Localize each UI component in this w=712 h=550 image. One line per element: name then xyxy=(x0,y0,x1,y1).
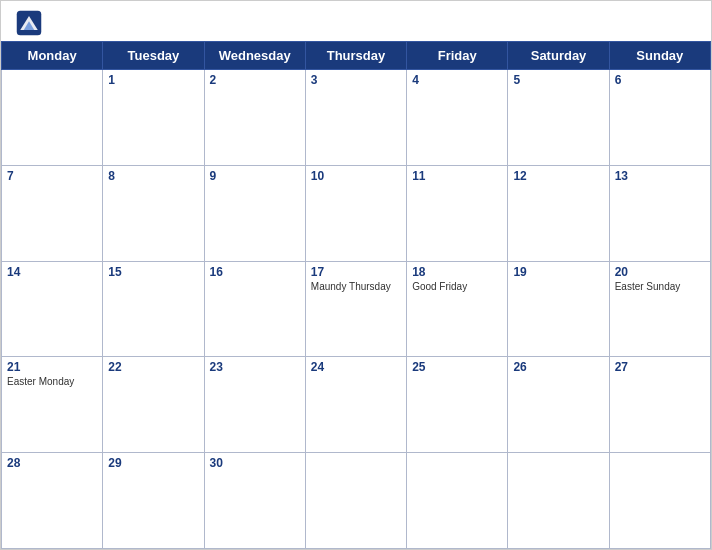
week-row-3: 14151617Maundy Thursday18Good Friday1920… xyxy=(2,261,711,357)
week-row-5: 282930 xyxy=(2,453,711,549)
calendar-cell: 9 xyxy=(204,165,305,261)
calendar-page: MondayTuesdayWednesdayThursdayFridaySatu… xyxy=(0,0,712,550)
calendar-cell: 6 xyxy=(609,70,710,166)
calendar-cell xyxy=(609,453,710,549)
calendar-cell xyxy=(407,453,508,549)
calendar-cell: 14 xyxy=(2,261,103,357)
holiday-name: Maundy Thursday xyxy=(311,281,401,292)
calendar-cell: 23 xyxy=(204,357,305,453)
calendar-cell: 17Maundy Thursday xyxy=(305,261,406,357)
day-number: 11 xyxy=(412,169,502,183)
calendar-cell: 30 xyxy=(204,453,305,549)
weekday-header-row: MondayTuesdayWednesdayThursdayFridaySatu… xyxy=(2,42,711,70)
day-number: 14 xyxy=(7,265,97,279)
calendar-cell: 25 xyxy=(407,357,508,453)
calendar-cell: 28 xyxy=(2,453,103,549)
day-number: 19 xyxy=(513,265,603,279)
calendar-cell: 8 xyxy=(103,165,204,261)
weekday-header-saturday: Saturday xyxy=(508,42,609,70)
calendar-cell: 3 xyxy=(305,70,406,166)
holiday-name: Easter Monday xyxy=(7,376,97,387)
calendar-cell: 7 xyxy=(2,165,103,261)
day-number: 10 xyxy=(311,169,401,183)
calendar-cell: 5 xyxy=(508,70,609,166)
day-number: 28 xyxy=(7,456,97,470)
weekday-header-thursday: Thursday xyxy=(305,42,406,70)
day-number: 3 xyxy=(311,73,401,87)
calendar-cell xyxy=(305,453,406,549)
calendar-cell xyxy=(2,70,103,166)
calendar-cell: 20Easter Sunday xyxy=(609,261,710,357)
calendar-cell: 19 xyxy=(508,261,609,357)
day-number: 23 xyxy=(210,360,300,374)
day-number: 17 xyxy=(311,265,401,279)
logo xyxy=(15,9,47,37)
day-number: 9 xyxy=(210,169,300,183)
day-number: 12 xyxy=(513,169,603,183)
calendar-cell: 22 xyxy=(103,357,204,453)
calendar-cell: 27 xyxy=(609,357,710,453)
calendar-cell: 4 xyxy=(407,70,508,166)
holiday-name: Good Friday xyxy=(412,281,502,292)
holiday-name: Easter Sunday xyxy=(615,281,705,292)
day-number: 20 xyxy=(615,265,705,279)
day-number: 24 xyxy=(311,360,401,374)
day-number: 21 xyxy=(7,360,97,374)
day-number: 18 xyxy=(412,265,502,279)
calendar-cell: 11 xyxy=(407,165,508,261)
day-number: 15 xyxy=(108,265,198,279)
day-number: 8 xyxy=(108,169,198,183)
calendar-cell: 10 xyxy=(305,165,406,261)
calendar-cell: 18Good Friday xyxy=(407,261,508,357)
calendar-cell xyxy=(508,453,609,549)
day-number: 1 xyxy=(108,73,198,87)
day-number: 16 xyxy=(210,265,300,279)
day-number: 27 xyxy=(615,360,705,374)
calendar-cell: 15 xyxy=(103,261,204,357)
week-row-1: 123456 xyxy=(2,70,711,166)
week-row-4: 21Easter Monday222324252627 xyxy=(2,357,711,453)
calendar-cell: 24 xyxy=(305,357,406,453)
weekday-header-monday: Monday xyxy=(2,42,103,70)
weekday-header-wednesday: Wednesday xyxy=(204,42,305,70)
day-number: 22 xyxy=(108,360,198,374)
day-number: 4 xyxy=(412,73,502,87)
calendar-cell: 26 xyxy=(508,357,609,453)
top-bar xyxy=(1,1,711,41)
calendar-cell: 13 xyxy=(609,165,710,261)
day-number: 29 xyxy=(108,456,198,470)
weekday-header-friday: Friday xyxy=(407,42,508,70)
week-row-2: 78910111213 xyxy=(2,165,711,261)
calendar-cell: 21Easter Monday xyxy=(2,357,103,453)
logo-icon xyxy=(15,9,43,37)
calendar-cell: 29 xyxy=(103,453,204,549)
calendar-cell: 12 xyxy=(508,165,609,261)
day-number: 25 xyxy=(412,360,502,374)
day-number: 30 xyxy=(210,456,300,470)
calendar-cell: 2 xyxy=(204,70,305,166)
day-number: 7 xyxy=(7,169,97,183)
day-number: 6 xyxy=(615,73,705,87)
calendar-table: MondayTuesdayWednesdayThursdayFridaySatu… xyxy=(1,41,711,549)
day-number: 26 xyxy=(513,360,603,374)
weekday-header-tuesday: Tuesday xyxy=(103,42,204,70)
calendar-cell: 16 xyxy=(204,261,305,357)
day-number: 2 xyxy=(210,73,300,87)
calendar-cell: 1 xyxy=(103,70,204,166)
weekday-header-sunday: Sunday xyxy=(609,42,710,70)
day-number: 5 xyxy=(513,73,603,87)
day-number: 13 xyxy=(615,169,705,183)
